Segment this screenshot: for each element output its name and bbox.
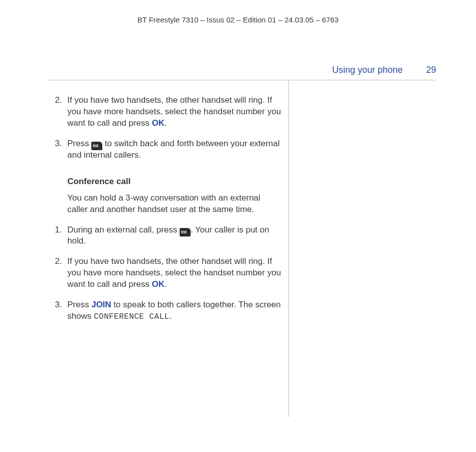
ok-label: OK <box>152 279 165 289</box>
int-key-icon: Int <box>91 142 102 150</box>
step-item: 1. During an external call, press Int. Y… <box>47 225 282 247</box>
document-header: BT Freestyle 7310 – Issus 02 – Edition 0… <box>0 0 476 25</box>
step-number: 2. <box>55 95 62 106</box>
step-text: Press <box>67 300 91 309</box>
conference-intro: You can hold a 3-way conversation with a… <box>67 193 282 216</box>
page-number: 29 <box>426 65 436 75</box>
step-text: If you have two handsets, the other hand… <box>67 256 281 289</box>
step-text: . <box>169 311 172 321</box>
section-title: Using your phone <box>332 65 403 75</box>
step-text: If you have two handsets, the other hand… <box>67 95 281 128</box>
column-divider <box>288 80 289 417</box>
step-number: 1. <box>55 225 62 236</box>
join-label: JOIN <box>91 300 111 309</box>
step-number: 3. <box>55 138 62 150</box>
horizontal-rule <box>47 80 436 80</box>
step-text: . <box>165 118 167 128</box>
int-key-icon: Int <box>180 228 191 236</box>
ok-label: OK <box>152 118 165 128</box>
step-item: 2. If you have two handsets, the other h… <box>47 256 282 290</box>
screen-display-text: CONFERENCE CALL <box>94 312 170 321</box>
step-number: 3. <box>55 299 62 311</box>
conference-heading: Conference call <box>67 176 282 188</box>
manual-page: BT Freestyle 7310 – Issus 02 – Edition 0… <box>0 0 476 452</box>
conference-section: Conference call You can hold a 3-way con… <box>47 176 282 216</box>
step-text: Press <box>67 139 91 148</box>
step-item: 2. If you have two handsets, the other h… <box>47 95 282 129</box>
step-number: 2. <box>55 256 62 267</box>
step-item: 3. Press JOIN to speak to both callers t… <box>47 299 282 323</box>
step-item: 3. Press Int to switch back and forth be… <box>47 138 282 161</box>
step-text: . <box>165 279 167 289</box>
left-column: 2. If you have two handsets, the other h… <box>47 95 282 332</box>
conference-steps: 1. During an external call, press Int. Y… <box>47 225 282 323</box>
running-header: Using your phone 29 <box>332 64 436 76</box>
step-text: During an external call, press <box>67 225 180 234</box>
steps-continued: 2. If you have two handsets, the other h… <box>47 95 282 161</box>
